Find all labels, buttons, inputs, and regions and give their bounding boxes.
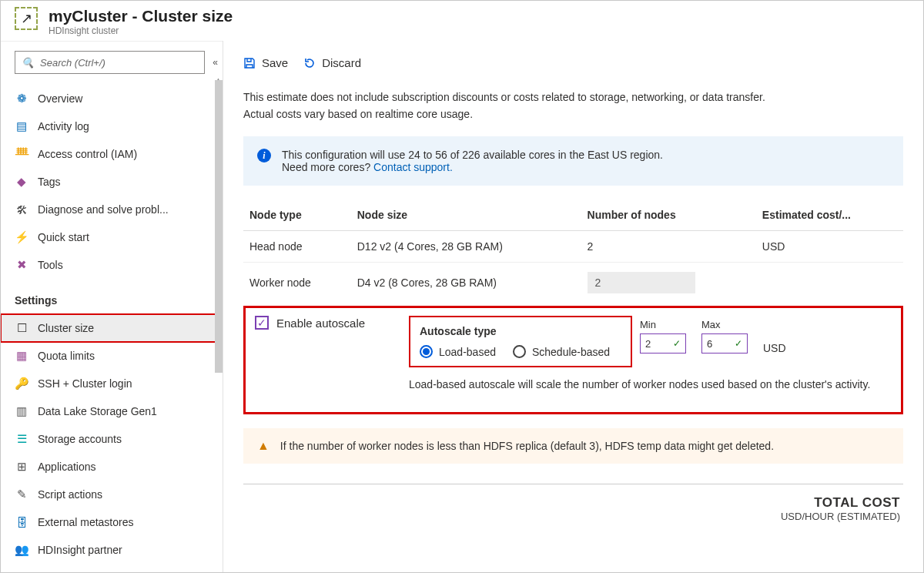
sidebar-item-quota[interactable]: ▦Quota limits <box>1 342 223 370</box>
tag-icon: ◆ <box>15 175 28 189</box>
page-subtitle: HDInsight cluster <box>49 25 233 36</box>
contact-support-link[interactable]: Contact support. <box>373 161 453 173</box>
sidebar-item-diagnose[interactable]: 🛠Diagnose and solve probl... <box>1 196 223 223</box>
page-header: ↗ myCluster - Cluster size HDInsight clu… <box>1 1 923 41</box>
col-node-type: Node type <box>243 199 351 231</box>
sidebar-item-external[interactable]: 🗄External metastores <box>1 508 223 536</box>
worker-node-count-input[interactable]: 2 <box>588 272 695 293</box>
storage-icon: ☰ <box>15 432 28 446</box>
db-icon: 🗄 <box>15 515 28 529</box>
check-icon: ✓ <box>735 338 742 349</box>
sidebar-item-overview[interactable]: ❁Overview <box>1 85 223 112</box>
radio-schedule-based[interactable]: Schedule-based <box>513 345 610 358</box>
key-icon: 🔑 <box>15 377 28 390</box>
sidebar-item-scripts[interactable]: ✎Script actions <box>1 481 223 508</box>
people-icon: ᚙ <box>15 147 28 161</box>
table-row: Head node D12 v2 (4 Cores, 28 GB RAM) 2 … <box>243 231 903 263</box>
datalake-icon: ▥ <box>15 404 28 418</box>
quota-icon: ▦ <box>15 349 28 363</box>
enable-autoscale-label: Enable autoscale <box>276 317 365 330</box>
col-num-nodes: Number of nodes <box>581 199 756 231</box>
sidebar-item-ssh[interactable]: 🔑SSH + Cluster login <box>1 370 223 397</box>
bolt-icon: ⚡ <box>15 230 28 244</box>
sidebar-item-access[interactable]: ᚙAccess control (IAM) <box>1 140 223 168</box>
warning-icon: ▲ <box>257 439 270 453</box>
min-nodes-input[interactable]: 2 ✓ <box>640 333 686 354</box>
max-nodes-input[interactable]: 6 ✓ <box>701 333 748 354</box>
discard-icon <box>303 57 316 69</box>
main-pane: Save Discard This estimate does not incl… <box>223 41 923 572</box>
radio-icon <box>513 345 526 358</box>
check-icon: ✓ <box>673 338 681 349</box>
totals: TOTAL COST USD/HOUR (ESTIMATED) <box>223 484 923 522</box>
autoscale-panel: ✓ Enable autoscale Autoscale type Load-b… <box>243 306 903 414</box>
search-placeholder: Search (Ctrl+/) <box>40 57 105 69</box>
tools-icon: ✖ <box>15 258 28 272</box>
autoscale-type-group: Autoscale type Load-based Schedule-based <box>409 316 632 367</box>
page-title: myCluster - Cluster size <box>49 7 233 25</box>
sidebar: ▲ 🔍 Search (Ctrl+/) « ❁Overview ▤Activit… <box>1 41 223 572</box>
wrench-icon: 🛠 <box>15 203 28 216</box>
estimate-note: This estimate does not include subscript… <box>223 79 923 136</box>
apps-icon: ⊞ <box>15 460 28 474</box>
log-icon: ▤ <box>15 119 28 133</box>
globe-icon: ❁ <box>15 92 28 106</box>
search-icon: 🔍 <box>22 57 34 69</box>
sidebar-item-applications[interactable]: ⊞Applications <box>1 453 223 481</box>
script-icon: ✎ <box>15 488 28 501</box>
sidebar-item-cluster-size[interactable]: ☐Cluster size <box>1 314 223 342</box>
sidebar-item-tools[interactable]: ✖Tools <box>1 251 223 279</box>
search-input[interactable]: 🔍 Search (Ctrl+/) <box>15 51 205 74</box>
node-table: Node type Node size Number of nodes Esti… <box>243 199 903 303</box>
toolbar: Save Discard <box>223 41 923 79</box>
radio-icon <box>420 345 433 358</box>
cluster-icon: ↗ <box>15 7 38 30</box>
discard-button[interactable]: Discard <box>303 56 361 69</box>
sidebar-item-quickstart[interactable]: ⚡Quick start <box>1 223 223 251</box>
collapse-sidebar-icon[interactable]: « <box>213 57 218 68</box>
autoscale-description: Load-based autoscale will scale the numb… <box>409 374 892 390</box>
sidebar-item-tags[interactable]: ◆Tags <box>1 168 223 196</box>
total-cost-sub: USD/HOUR (ESTIMATED) <box>223 511 900 522</box>
cluster-size-icon: ☐ <box>15 321 28 335</box>
autoscale-usd: USD <box>763 319 786 354</box>
radio-load-based[interactable]: Load-based <box>420 345 496 358</box>
sidebar-item-partner[interactable]: 👥HDInsight partner <box>1 536 223 564</box>
sidebar-section-settings: Settings <box>1 286 223 314</box>
warning-bar: ▲ If the number of worker nodes is less … <box>243 428 903 464</box>
partner-icon: 👥 <box>15 543 28 557</box>
info-bar: i This configuration will use 24 to 56 o… <box>243 136 903 186</box>
info-icon: i <box>257 149 271 163</box>
sidebar-item-activity[interactable]: ▤Activity log <box>1 112 223 140</box>
total-cost-heading: TOTAL COST <box>223 495 900 511</box>
enable-autoscale-checkbox[interactable]: ✓ <box>255 316 269 330</box>
table-row: Worker node D4 v2 (8 Cores, 28 GB RAM) 2 <box>243 263 903 303</box>
sidebar-item-datalake[interactable]: ▥Data Lake Storage Gen1 <box>1 397 223 425</box>
save-icon <box>243 57 256 69</box>
save-button[interactable]: Save <box>243 56 288 69</box>
sidebar-item-storage[interactable]: ☰Storage accounts <box>1 425 223 453</box>
col-node-size: Node size <box>351 199 581 231</box>
col-cost: Estimated cost/... <box>756 199 903 231</box>
scrollbar[interactable] <box>215 80 223 373</box>
